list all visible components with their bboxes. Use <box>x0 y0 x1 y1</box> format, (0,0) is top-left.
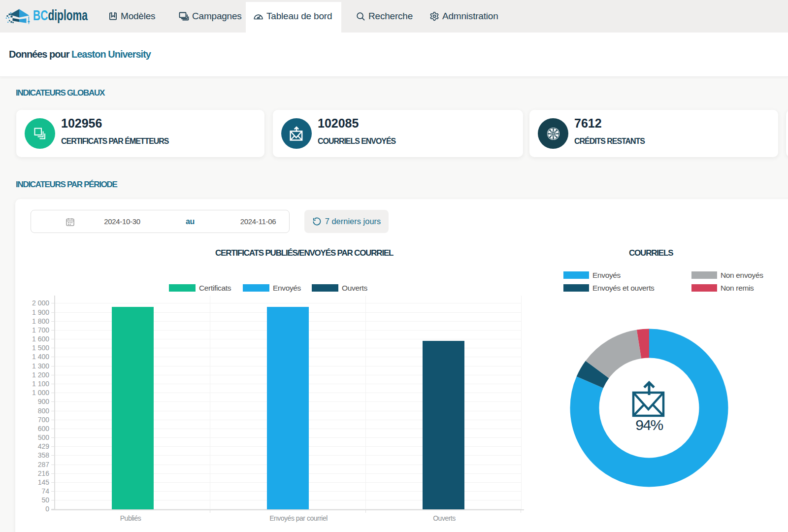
svg-text:BCdiploma: BCdiploma <box>33 7 88 23</box>
